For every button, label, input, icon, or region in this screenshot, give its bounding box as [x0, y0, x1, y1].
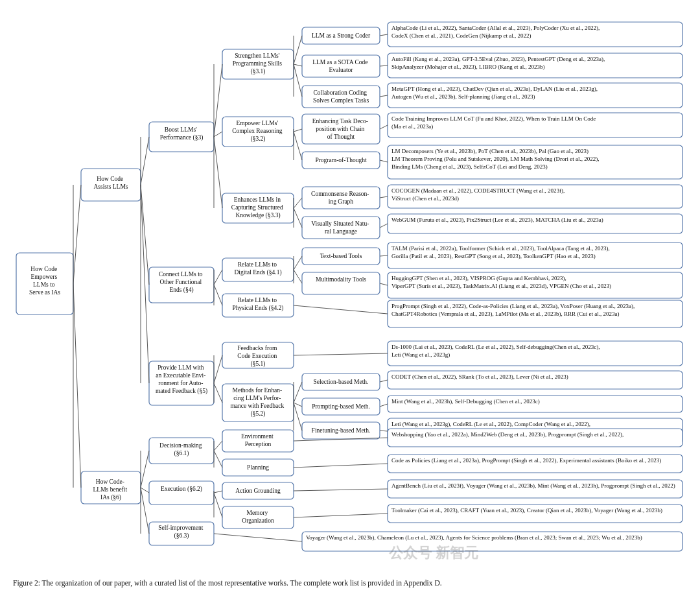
svg-text:LLM as a Strong Coder: LLM as a Strong Coder — [312, 32, 371, 39]
svg-text:Toolmaker (Cai et al., 2023), : Toolmaker (Cai et al., 2023), CRAFT (Yua… — [391, 507, 662, 514]
svg-text:Program-of-Thought: Program-of-Thought — [315, 157, 367, 163]
svg-text:Planning: Planning — [247, 464, 269, 471]
svg-text:Mint (Wang et al., 2023h), Sel: Mint (Wang et al., 2023h), Self-Debuggin… — [391, 398, 540, 405]
figure-caption-text: The organization of our paper, with a cu… — [42, 579, 442, 587]
svg-text:Enhances LLMs in
        Captu: Enhances LLMs in Capturing Structured Kn… — [231, 196, 285, 219]
tree-svg: How Code Empowers LLMs to Serve as IAs H… — [13, 13, 687, 564]
svg-text:公众号 新智元: 公众号 新智元 — [388, 545, 478, 561]
svg-text:Finetuning-based Meth.: Finetuning-based Meth. — [312, 427, 371, 434]
svg-text:Action Grounding: Action Grounding — [235, 488, 281, 494]
figure-container: How Code Empowers LLMs to Serve as IAs H… — [13, 13, 687, 589]
svg-text:Provide LLM with
        an Ex: Provide LLM with an Executable Envi- ron… — [156, 364, 207, 395]
svg-text:Prompting-based Meth.: Prompting-based Meth. — [312, 403, 370, 410]
svg-text:Relate LLMs to
        Digital: Relate LLMs to Digital Ends (§4.1) — [234, 261, 281, 276]
svg-rect-15 — [149, 481, 214, 504]
svg-text:Webshopping (Yao et al., 2022a: Webshopping (Yao et al., 2022a), Mind2We… — [391, 431, 624, 438]
svg-text:AgentBench (Liu et al., 2023f): AgentBench (Liu et al., 2023f), Voyager … — [391, 482, 675, 489]
svg-text:Text-based Tools: Text-based Tools — [320, 253, 362, 259]
svg-text:Boost LLMs'
        Performanc: Boost LLMs' Performance (§3) — [160, 126, 204, 141]
svg-text:Relate LLMs to
        Physica: Relate LLMs to Physical Ends (§4.2) — [233, 297, 284, 312]
svg-text:Multimodality Tools: Multimodality Tools — [316, 276, 366, 283]
svg-text:Execution (§6.2): Execution (§6.2) — [161, 486, 202, 493]
svg-text:Code as Policies (Liang et al.: Code as Policies (Liang et al., 2023a), … — [391, 457, 661, 464]
figure-caption: Figure 2: The organization of our paper,… — [13, 577, 687, 589]
svg-text:WebGUM (Furuta et al., 2023), : WebGUM (Furuta et al., 2023), Pix2Struct… — [391, 217, 603, 223]
svg-text:Selection-based Meth.: Selection-based Meth. — [314, 379, 369, 385]
tree-diagram: How Code Empowers LLMs to Serve as IAs H… — [13, 13, 687, 565]
figure-label: Figure 2: — [13, 579, 40, 587]
svg-text:Voyager (Wang et al., 2023b), : Voyager (Wang et al., 2023b), Chameleon … — [306, 534, 642, 541]
svg-text:CODET (Chen et al., 2022), SRa: CODET (Chen et al., 2022), SRank (To et … — [391, 373, 568, 380]
